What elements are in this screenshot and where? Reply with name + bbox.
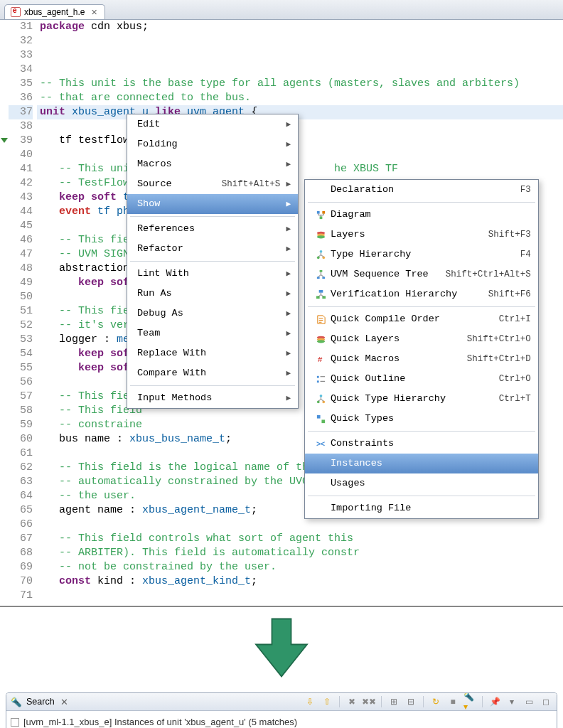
- svg-rect-19: [316, 375, 318, 378]
- menu-item-lint-with[interactable]: Lint With▶: [127, 264, 298, 284]
- tab-filename: xbus_agent_h.e: [24, 7, 85, 17]
- submenu-item-quick-type-hierarchy[interactable]: Quick Type HierarchyCtrl+T: [305, 389, 538, 409]
- stop-icon[interactable]: ■: [446, 695, 459, 708]
- search-icon: 🔦: [11, 697, 22, 707]
- show-submenu[interactable]: DeclarationF3DiagramLayersShift+F3Type H…: [304, 179, 539, 519]
- svg-point-5: [316, 235, 324, 238]
- svg-rect-1: [322, 210, 325, 213]
- submenu-item-instances[interactable]: Instances: [305, 454, 538, 473]
- svg-rect-9: [319, 269, 322, 272]
- minimize-icon[interactable]: ▭: [522, 695, 535, 708]
- prev-match-icon[interactable]: ⇩: [304, 695, 316, 708]
- submenu-item-quick-outline[interactable]: Quick OutlineCtrl+O: [305, 369, 538, 389]
- menu-item-edit[interactable]: Edit▶: [127, 114, 298, 134]
- submenu-item-quick-compile-order[interactable]: Quick Compile OrderCtrl+I: [305, 309, 538, 329]
- qmacros-icon: #: [315, 353, 326, 365]
- menu-item-refactor[interactable]: Refactor▶: [127, 239, 298, 259]
- svg-rect-24: [316, 414, 320, 418]
- svg-rect-25: [321, 419, 325, 423]
- close-icon[interactable]: ✕: [91, 8, 97, 17]
- view-menu-icon[interactable]: ▾: [505, 695, 518, 708]
- svg-rect-20: [316, 380, 318, 382]
- svg-rect-2: [319, 216, 322, 219]
- verh-icon: [315, 289, 326, 300]
- collapse-all-icon[interactable]: ⊟: [404, 695, 417, 708]
- svg-point-21: [319, 394, 322, 397]
- menu-item-replace-with[interactable]: Replace With▶: [127, 343, 298, 363]
- layers-icon: [315, 229, 326, 240]
- line-gutter: 3132333435363738394041424344454647484950…: [9, 20, 37, 603]
- flow-arrow-icon: [0, 607, 563, 692]
- editor-tab-active[interactable]: xbus_agent_h.e ✕: [4, 4, 105, 19]
- constr-icon: ><: [315, 438, 326, 449]
- svg-rect-11: [322, 277, 325, 279]
- summary-checkbox-icon[interactable]: [11, 718, 19, 727]
- seqtree-icon: [315, 269, 326, 280]
- submenu-item-quick-types[interactable]: Quick Types: [305, 409, 538, 429]
- search-tab-close-icon[interactable]: ✕: [60, 697, 68, 707]
- submenu-item-declaration[interactable]: DeclarationF3: [305, 180, 538, 200]
- expand-all-icon[interactable]: ⊞: [387, 695, 400, 708]
- submenu-item-uvm-sequence-tree[interactable]: UVM Sequence TreeShift+Ctrl+Alt+S: [305, 264, 538, 284]
- remove-match-icon[interactable]: ✖: [345, 695, 358, 708]
- menu-item-debug-as[interactable]: Debug As▶: [127, 304, 298, 323]
- blank-icon: [315, 503, 326, 514]
- submenu-item-constraints[interactable]: ><Constraints: [305, 434, 538, 454]
- submenu-item-layers[interactable]: LayersShift+F3: [305, 225, 538, 245]
- search-toolbar: 🔦 Search ✕ ⇩ ⇧ ✖ ✖✖ ⊞ ⊟ ↻ ■ 🔦▾ 📌 ▾ ▭ ◻: [6, 693, 557, 711]
- search-view: 🔦 Search ✕ ⇩ ⇧ ✖ ✖✖ ⊞ ⊟ ↻ ■ 🔦▾ 📌 ▾ ▭ ◻ […: [6, 692, 557, 728]
- submenu-item-quick-macros[interactable]: #Quick MacrosShift+Ctrl+D: [305, 349, 538, 369]
- e-file-icon: [11, 7, 21, 17]
- next-match-icon[interactable]: ⇧: [321, 695, 333, 708]
- blank-icon: [315, 478, 326, 489]
- qlayers-icon: [315, 333, 326, 345]
- svg-text:><: ><: [316, 440, 324, 449]
- menu-item-references[interactable]: References▶: [127, 219, 298, 239]
- qcompile-icon: [315, 314, 326, 325]
- typeh-icon: [315, 249, 326, 260]
- submenu-item-diagram[interactable]: Diagram: [305, 205, 538, 225]
- menu-item-compare-with[interactable]: Compare With▶: [127, 363, 298, 383]
- qtypeh-icon: [315, 393, 326, 405]
- menu-item-show[interactable]: Show▶: [127, 194, 298, 214]
- svg-rect-10: [316, 277, 319, 279]
- maximize-icon[interactable]: ◻: [540, 695, 552, 708]
- diagram-icon: [315, 209, 326, 220]
- svg-point-6: [319, 250, 322, 252]
- submenu-item-usages[interactable]: Usages: [305, 473, 538, 493]
- run-again-icon[interactable]: ↻: [429, 695, 442, 708]
- svg-rect-0: [316, 210, 319, 213]
- pin-icon[interactable]: 📌: [488, 695, 501, 708]
- menu-item-run-as[interactable]: Run As▶: [127, 284, 298, 304]
- svg-text:#: #: [317, 355, 322, 364]
- change-marker-icon: [1, 138, 8, 143]
- code-editor[interactable]: 3132333435363738394041424344454647484950…: [0, 20, 563, 607]
- menu-item-folding[interactable]: Folding▶: [127, 134, 298, 154]
- search-tab-title: Search: [26, 697, 55, 707]
- menu-item-macros[interactable]: Macros▶: [127, 154, 298, 174]
- qtypes-icon: [315, 413, 326, 424]
- marker-column: [0, 20, 9, 603]
- submenu-item-type-hierarchy[interactable]: Type HierarchyF4: [305, 245, 538, 264]
- qoutline-icon: [315, 373, 326, 385]
- remove-all-icon[interactable]: ✖✖: [363, 695, 375, 708]
- menu-item-team[interactable]: Team▶: [127, 323, 298, 343]
- svg-rect-12: [318, 289, 323, 292]
- editor-tab-bar: xbus_agent_h.e ✕: [0, 0, 563, 20]
- submenu-item-verification-hierarchy[interactable]: Verification HierarchyShift+F6: [305, 284, 538, 304]
- search-summary: [uvm_ml-1.1_xbus_e] Instances of unit 'x…: [9, 714, 554, 728]
- svg-point-17: [316, 340, 324, 343]
- search-summary-text: [uvm_ml-1.1_xbus_e] Instances of unit 'x…: [23, 717, 297, 727]
- blank-icon: [315, 184, 326, 196]
- menu-item-source[interactable]: SourceShift+Alt+S▶: [127, 174, 298, 194]
- context-menu[interactable]: Edit▶Folding▶Macros▶SourceShift+Alt+S▶Sh…: [127, 114, 299, 409]
- submenu-item-quick-layers[interactable]: Quick LayersShift+Ctrl+O: [305, 329, 538, 349]
- submenu-item-importing-file[interactable]: Importing File: [305, 498, 538, 518]
- history-icon[interactable]: 🔦▾: [463, 695, 476, 708]
- menu-item-input-methods[interactable]: Input Methods▶: [127, 388, 298, 408]
- blank-icon: [315, 458, 326, 469]
